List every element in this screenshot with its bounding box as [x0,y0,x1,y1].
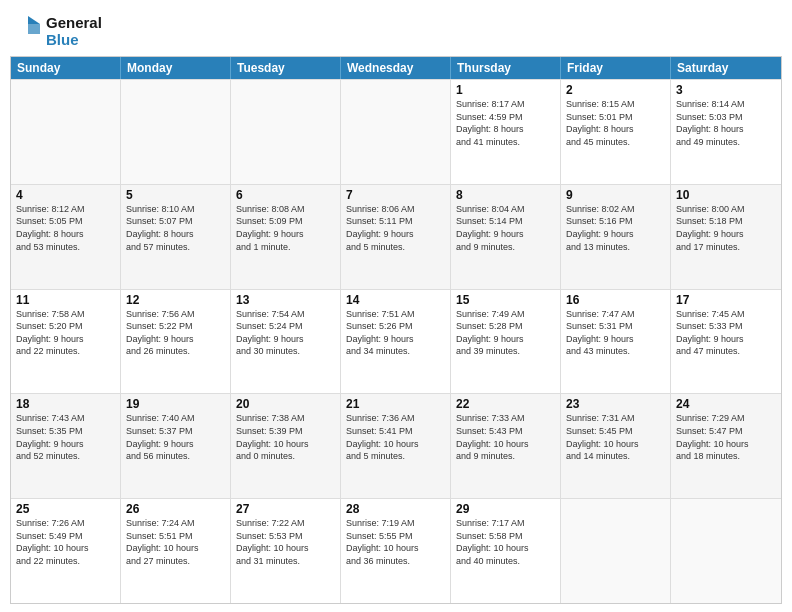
calendar-row: 1Sunrise: 8:17 AM Sunset: 4:59 PM Daylig… [11,79,781,184]
day-info: Sunrise: 7:51 AM Sunset: 5:26 PM Dayligh… [346,308,445,358]
day-info: Sunrise: 7:58 AM Sunset: 5:20 PM Dayligh… [16,308,115,358]
header: General Blue [10,10,782,50]
calendar-cell: 16Sunrise: 7:47 AM Sunset: 5:31 PM Dayli… [561,290,671,394]
calendar-cell: 9Sunrise: 8:02 AM Sunset: 5:16 PM Daylig… [561,185,671,289]
day-info: Sunrise: 7:47 AM Sunset: 5:31 PM Dayligh… [566,308,665,358]
calendar-row: 18Sunrise: 7:43 AM Sunset: 5:35 PM Dayli… [11,393,781,498]
day-number: 5 [126,188,225,202]
calendar-cell: 26Sunrise: 7:24 AM Sunset: 5:51 PM Dayli… [121,499,231,603]
day-info: Sunrise: 7:54 AM Sunset: 5:24 PM Dayligh… [236,308,335,358]
day-number: 15 [456,293,555,307]
calendar-cell: 20Sunrise: 7:38 AM Sunset: 5:39 PM Dayli… [231,394,341,498]
day-number: 4 [16,188,115,202]
day-info: Sunrise: 7:49 AM Sunset: 5:28 PM Dayligh… [456,308,555,358]
day-number: 2 [566,83,665,97]
calendar-cell [11,80,121,184]
day-info: Sunrise: 7:33 AM Sunset: 5:43 PM Dayligh… [456,412,555,462]
calendar-cell: 10Sunrise: 8:00 AM Sunset: 5:18 PM Dayli… [671,185,781,289]
day-info: Sunrise: 7:19 AM Sunset: 5:55 PM Dayligh… [346,517,445,567]
calendar-cell: 27Sunrise: 7:22 AM Sunset: 5:53 PM Dayli… [231,499,341,603]
calendar-cell: 22Sunrise: 7:33 AM Sunset: 5:43 PM Dayli… [451,394,561,498]
day-info: Sunrise: 8:10 AM Sunset: 5:07 PM Dayligh… [126,203,225,253]
day-info: Sunrise: 7:36 AM Sunset: 5:41 PM Dayligh… [346,412,445,462]
day-number: 16 [566,293,665,307]
calendar: SundayMondayTuesdayWednesdayThursdayFrid… [10,56,782,604]
calendar-header-cell: Monday [121,57,231,79]
calendar-cell: 5Sunrise: 8:10 AM Sunset: 5:07 PM Daylig… [121,185,231,289]
calendar-cell: 12Sunrise: 7:56 AM Sunset: 5:22 PM Dayli… [121,290,231,394]
calendar-cell: 29Sunrise: 7:17 AM Sunset: 5:58 PM Dayli… [451,499,561,603]
day-number: 28 [346,502,445,516]
calendar-cell: 17Sunrise: 7:45 AM Sunset: 5:33 PM Dayli… [671,290,781,394]
day-number: 11 [16,293,115,307]
day-info: Sunrise: 7:31 AM Sunset: 5:45 PM Dayligh… [566,412,665,462]
day-info: Sunrise: 7:29 AM Sunset: 5:47 PM Dayligh… [676,412,776,462]
day-info: Sunrise: 8:08 AM Sunset: 5:09 PM Dayligh… [236,203,335,253]
day-number: 27 [236,502,335,516]
day-info: Sunrise: 8:04 AM Sunset: 5:14 PM Dayligh… [456,203,555,253]
day-info: Sunrise: 7:38 AM Sunset: 5:39 PM Dayligh… [236,412,335,462]
day-number: 12 [126,293,225,307]
logo-blue: Blue [46,31,102,48]
calendar-cell: 15Sunrise: 7:49 AM Sunset: 5:28 PM Dayli… [451,290,561,394]
day-number: 19 [126,397,225,411]
calendar-cell [341,80,451,184]
calendar-header-cell: Sunday [11,57,121,79]
calendar-cell [561,499,671,603]
day-number: 3 [676,83,776,97]
day-info: Sunrise: 7:22 AM Sunset: 5:53 PM Dayligh… [236,517,335,567]
day-number: 23 [566,397,665,411]
calendar-cell: 23Sunrise: 7:31 AM Sunset: 5:45 PM Dayli… [561,394,671,498]
day-info: Sunrise: 8:15 AM Sunset: 5:01 PM Dayligh… [566,98,665,148]
logo-general: General [46,14,102,31]
day-number: 9 [566,188,665,202]
calendar-row: 25Sunrise: 7:26 AM Sunset: 5:49 PM Dayli… [11,498,781,603]
day-number: 17 [676,293,776,307]
calendar-cell: 6Sunrise: 8:08 AM Sunset: 5:09 PM Daylig… [231,185,341,289]
calendar-body: 1Sunrise: 8:17 AM Sunset: 4:59 PM Daylig… [11,79,781,603]
day-number: 25 [16,502,115,516]
calendar-header: SundayMondayTuesdayWednesdayThursdayFrid… [11,57,781,79]
day-number: 22 [456,397,555,411]
day-info: Sunrise: 8:00 AM Sunset: 5:18 PM Dayligh… [676,203,776,253]
day-number: 6 [236,188,335,202]
calendar-cell: 18Sunrise: 7:43 AM Sunset: 5:35 PM Dayli… [11,394,121,498]
day-number: 1 [456,83,555,97]
calendar-cell: 13Sunrise: 7:54 AM Sunset: 5:24 PM Dayli… [231,290,341,394]
day-info: Sunrise: 7:43 AM Sunset: 5:35 PM Dayligh… [16,412,115,462]
calendar-cell: 4Sunrise: 8:12 AM Sunset: 5:05 PM Daylig… [11,185,121,289]
day-info: Sunrise: 8:12 AM Sunset: 5:05 PM Dayligh… [16,203,115,253]
calendar-cell [231,80,341,184]
calendar-cell [671,499,781,603]
calendar-header-cell: Saturday [671,57,781,79]
calendar-cell: 19Sunrise: 7:40 AM Sunset: 5:37 PM Dayli… [121,394,231,498]
svg-marker-0 [28,16,40,24]
calendar-header-cell: Wednesday [341,57,451,79]
calendar-cell: 14Sunrise: 7:51 AM Sunset: 5:26 PM Dayli… [341,290,451,394]
day-info: Sunrise: 8:17 AM Sunset: 4:59 PM Dayligh… [456,98,555,148]
calendar-cell: 21Sunrise: 7:36 AM Sunset: 5:41 PM Dayli… [341,394,451,498]
calendar-cell: 2Sunrise: 8:15 AM Sunset: 5:01 PM Daylig… [561,80,671,184]
svg-marker-1 [28,24,40,34]
day-number: 14 [346,293,445,307]
day-info: Sunrise: 8:06 AM Sunset: 5:11 PM Dayligh… [346,203,445,253]
calendar-row: 11Sunrise: 7:58 AM Sunset: 5:20 PM Dayli… [11,289,781,394]
day-number: 13 [236,293,335,307]
logo: General Blue [10,14,102,50]
calendar-cell: 11Sunrise: 7:58 AM Sunset: 5:20 PM Dayli… [11,290,121,394]
day-info: Sunrise: 8:02 AM Sunset: 5:16 PM Dayligh… [566,203,665,253]
calendar-row: 4Sunrise: 8:12 AM Sunset: 5:05 PM Daylig… [11,184,781,289]
calendar-header-cell: Friday [561,57,671,79]
day-number: 20 [236,397,335,411]
calendar-cell: 25Sunrise: 7:26 AM Sunset: 5:49 PM Dayli… [11,499,121,603]
calendar-header-cell: Thursday [451,57,561,79]
calendar-cell: 7Sunrise: 8:06 AM Sunset: 5:11 PM Daylig… [341,185,451,289]
day-number: 10 [676,188,776,202]
calendar-header-cell: Tuesday [231,57,341,79]
calendar-cell: 3Sunrise: 8:14 AM Sunset: 5:03 PM Daylig… [671,80,781,184]
calendar-cell [121,80,231,184]
page: General Blue SundayMondayTuesdayWednesda… [0,0,792,612]
day-info: Sunrise: 7:40 AM Sunset: 5:37 PM Dayligh… [126,412,225,462]
day-number: 8 [456,188,555,202]
calendar-cell: 1Sunrise: 8:17 AM Sunset: 4:59 PM Daylig… [451,80,561,184]
